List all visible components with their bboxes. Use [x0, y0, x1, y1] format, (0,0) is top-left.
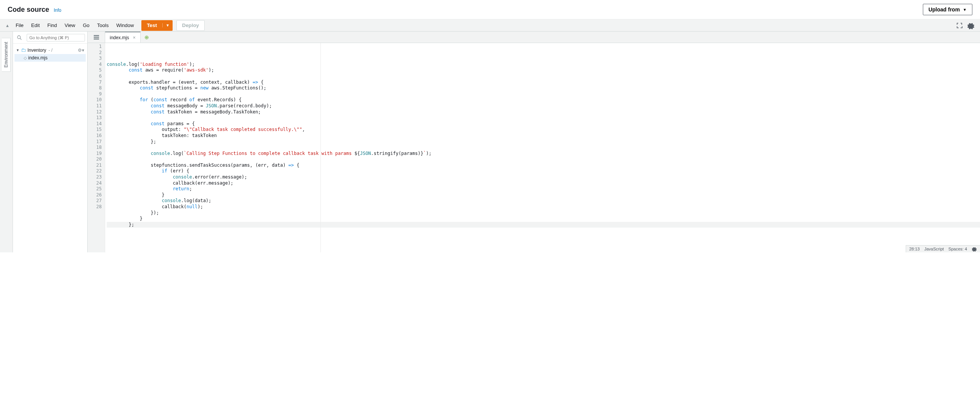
search-icon[interactable] [13, 35, 26, 40]
toolbar: ▲ File Edit Find View Go Tools Window Te… [0, 19, 980, 32]
menu-tools[interactable]: Tools [93, 22, 112, 28]
caret-down-icon: ▼ [963, 8, 967, 12]
file-tree: ▼ 🗀 Inventory - / ⚙▾ ◇ index.mjs [13, 44, 87, 64]
vertical-tab-bar: Environment [0, 32, 13, 252]
svg-rect-4 [94, 38, 99, 40]
upload-label: Upload from [929, 6, 960, 13]
settings-gear-icon[interactable] [965, 22, 977, 29]
code-content[interactable]: console.log('Loading function'); const a… [105, 43, 980, 252]
menu-file[interactable]: File [12, 22, 27, 28]
svg-point-0 [18, 35, 21, 38]
editor: index.mjs × ⊕ 12345678910111213141516171… [88, 32, 980, 252]
environment-tab[interactable]: Environment [2, 38, 11, 72]
code-area[interactable]: 1234567891011121314151617181920212223242… [88, 43, 980, 252]
header-left: Code source Info [8, 6, 61, 14]
language-mode[interactable]: JavaScript [924, 247, 944, 251]
menu-window[interactable]: Window [112, 22, 138, 28]
gutter: 1234567891011121314151617181920212223242… [88, 43, 105, 252]
file-label: index.mjs [28, 55, 48, 61]
tree-gear-icon[interactable]: ⚙▾ [78, 48, 84, 53]
svg-rect-2 [94, 35, 99, 36]
status-bar: 28:13 JavaScript Spaces: 4 [906, 245, 980, 252]
test-label: Test [141, 22, 162, 28]
menu-edit[interactable]: Edit [27, 22, 43, 28]
tab-label: index.mjs [110, 35, 129, 40]
upload-from-button[interactable]: Upload from ▼ [923, 4, 972, 15]
menu-find[interactable]: Find [43, 22, 61, 28]
add-tab-button[interactable]: ⊕ [141, 34, 153, 40]
indent-setting[interactable]: Spaces: 4 [948, 247, 967, 251]
print-margin [320, 43, 321, 252]
page-title: Code source [8, 6, 49, 14]
go-to-anything-input[interactable] [27, 34, 85, 41]
menu-go[interactable]: Go [79, 22, 93, 28]
fullscreen-icon[interactable] [954, 22, 965, 29]
info-link[interactable]: Info [54, 8, 61, 13]
folder-icon: 🗀 [21, 47, 26, 53]
js-file-icon: ◇ [24, 56, 27, 61]
header: Code source Info Upload from ▼ [0, 0, 980, 19]
triangle-down-icon: ▼ [16, 48, 19, 52]
svg-rect-3 [94, 37, 99, 38]
tab-list-icon[interactable] [88, 32, 105, 43]
svg-line-1 [20, 38, 22, 40]
root-label: Inventory [27, 48, 46, 53]
tab-bar: index.mjs × ⊕ [88, 32, 980, 43]
status-gear-icon[interactable] [972, 246, 977, 252]
test-dropdown-icon[interactable]: ▼ [162, 23, 173, 27]
deploy-button[interactable]: Deploy [176, 20, 205, 31]
sidebar: ▼ 🗀 Inventory - / ⚙▾ ◇ index.mjs [13, 32, 88, 252]
collapse-icon[interactable]: ▲ [3, 23, 12, 28]
sidebar-top [13, 32, 87, 44]
root-suffix: - / [48, 48, 53, 53]
cursor-position[interactable]: 28:13 [909, 247, 920, 251]
close-icon[interactable]: × [133, 35, 136, 40]
test-button[interactable]: Test ▼ [141, 20, 172, 31]
ide-body: Environment ▼ 🗀 Inventory - / ⚙▾ ◇ index… [0, 32, 980, 252]
tree-file[interactable]: ◇ index.mjs [14, 54, 86, 62]
menu-view[interactable]: View [61, 22, 79, 28]
tab-active[interactable]: index.mjs × [105, 32, 141, 43]
tree-root[interactable]: ▼ 🗀 Inventory - / ⚙▾ [14, 46, 86, 54]
